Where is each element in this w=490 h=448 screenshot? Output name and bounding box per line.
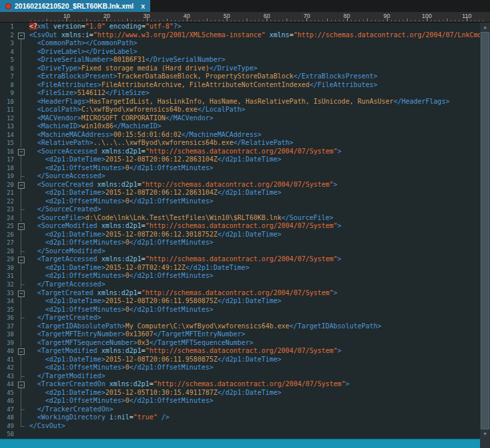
- line-number[interactable]: 25: [0, 222, 17, 231]
- file-tab[interactable]: 20160216210520_$RLT60KB.lnk.xml x: [0, 0, 150, 12]
- code-line[interactable]: 5 <DriveSerialNumber>801B6F31</DriveSeri…: [0, 56, 480, 64]
- fold-toggle-icon[interactable]: [17, 181, 26, 189]
- line-number[interactable]: 48: [0, 413, 17, 422]
- line-number[interactable]: 47: [0, 405, 17, 414]
- line-number[interactable]: 32: [0, 280, 17, 289]
- line-number[interactable]: 26: [0, 231, 17, 239]
- fold-toggle-icon[interactable]: [17, 255, 26, 264]
- line-number[interactable]: 13: [0, 122, 17, 131]
- line-number[interactable]: 38: [0, 330, 17, 339]
- code-line[interactable]: 8 <FileAttributes>FileAttributeArchive, …: [0, 81, 480, 90]
- code-line[interactable]: 39 <TargetMFTSequenceNumber>0x3</TargetM…: [0, 339, 480, 348]
- line-number[interactable]: 39: [0, 339, 17, 348]
- code-line[interactable]: 37 <TargetIDAbsolutePath>My Computer\C:\…: [0, 322, 480, 331]
- line-number[interactable]: 28: [0, 247, 17, 256]
- line-number[interactable]: 29: [0, 255, 17, 264]
- fold-toggle-icon[interactable]: [17, 347, 26, 356]
- code-line[interactable]: 2<CsvOut xmlns:i="http://www.w3.org/2001…: [0, 31, 480, 40]
- code-line[interactable]: 11 <LocalPath>C:\xwfByod\xwforensics64b.…: [0, 106, 480, 114]
- code-line[interactable]: 27 <d2p1:OffsetMinutes>0</d2p1:OffsetMin…: [0, 239, 480, 247]
- code-line[interactable]: 40 <TargetModified xmlns:d2p1="http://sc…: [0, 347, 480, 356]
- line-number[interactable]: 19: [0, 172, 17, 181]
- fold-collapse-box-icon[interactable]: [18, 348, 25, 355]
- scroll-up-icon[interactable]: ▲: [480, 23, 490, 32]
- code-line[interactable]: 1<?xml version="1.0" encoding="utf-8"?>: [0, 23, 480, 31]
- fold-toggle-icon[interactable]: [17, 222, 26, 231]
- code-line[interactable]: 3 <CommonPath></CommonPath>: [0, 39, 480, 48]
- line-number[interactable]: 5: [0, 56, 17, 64]
- code-line[interactable]: 33 <TargetCreated xmlns:d2p1="http://sch…: [0, 289, 480, 298]
- code-line[interactable]: 43 </TargetModified>: [0, 372, 480, 381]
- line-number[interactable]: 34: [0, 297, 17, 306]
- editor-pane[interactable]: 1<?xml version="1.0" encoding="utf-8"?>2…: [0, 23, 480, 439]
- line-number[interactable]: 50: [0, 430, 17, 439]
- code-line[interactable]: 18 <d2p1:OffsetMinutes>0</d2p1:OffsetMin…: [0, 164, 480, 173]
- code-line[interactable]: 34 <d2p1:DateTime>2015-12-08T20:06:11.95…: [0, 297, 480, 306]
- code-line[interactable]: 46 <d2p1:OffsetMinutes>0</d2p1:OffsetMin…: [0, 397, 480, 405]
- line-number[interactable]: 10: [0, 98, 17, 106]
- fold-collapse-box-icon[interactable]: [18, 382, 25, 388]
- fold-toggle-icon[interactable]: [17, 31, 26, 40]
- fold-collapse-box-icon[interactable]: [18, 257, 25, 263]
- code-line[interactable]: 44 <TrackerCreatedOn xmlns:d2p1="http://…: [0, 380, 480, 389]
- code-line[interactable]: 20 <SourceCreated xmlns:d2p1="http://sch…: [0, 181, 480, 189]
- code-line[interactable]: 29 <TargetAccessed xmlns:d2p1="http://sc…: [0, 255, 480, 264]
- code-line[interactable]: 45 <d2p1:DateTime>2015-12-05T10:30:15.49…: [0, 389, 480, 397]
- fold-collapse-box-icon[interactable]: [18, 182, 25, 189]
- line-number[interactable]: 43: [0, 372, 17, 381]
- line-number[interactable]: 1: [0, 23, 17, 31]
- code-line[interactable]: 9 <FileSize>5146112</FileSize>: [0, 89, 480, 98]
- code-line[interactable]: 50: [0, 430, 480, 439]
- fold-collapse-box-icon[interactable]: [18, 290, 25, 297]
- code-line[interactable]: 42 <d2p1:OffsetMinutes>0</d2p1:OffsetMin…: [0, 364, 480, 372]
- line-number[interactable]: 3: [0, 39, 17, 48]
- code-line[interactable]: 41 <d2p1:DateTime>2015-12-08T20:06:11.95…: [0, 356, 480, 364]
- line-number[interactable]: 35: [0, 306, 17, 314]
- fold-collapse-box-icon[interactable]: [18, 223, 25, 230]
- line-number[interactable]: 9: [0, 89, 17, 98]
- line-number[interactable]: 11: [0, 106, 17, 114]
- code-line[interactable]: 25 <SourceModified xmlns:d2p1="http://sc…: [0, 222, 480, 231]
- code-line[interactable]: 4 <DriveLabel></DriveLabel>: [0, 48, 480, 56]
- line-number[interactable]: 22: [0, 197, 17, 206]
- scroll-down-icon[interactable]: ▼: [480, 429, 490, 439]
- code-line[interactable]: 19 </SourceAccessed>: [0, 172, 480, 181]
- code-line[interactable]: 48 <WorkingDirectory i:nil="true" />: [0, 413, 480, 422]
- line-number[interactable]: 20: [0, 181, 17, 189]
- line-number[interactable]: 45: [0, 389, 17, 397]
- code-line[interactable]: 22 <d2p1:OffsetMinutes>0</d2p1:OffsetMin…: [0, 197, 480, 206]
- line-number[interactable]: 33: [0, 289, 17, 298]
- code-line[interactable]: 38 <TargetMFTEntryNumber>0x13607</Target…: [0, 330, 480, 339]
- line-number[interactable]: 27: [0, 239, 17, 247]
- line-number[interactable]: 18: [0, 164, 17, 173]
- code-line[interactable]: 13 <MachineID>win10x86</MachineID>: [0, 122, 480, 131]
- code-line[interactable]: 6 <DriveType>Fixed storage media (Hard d…: [0, 64, 480, 73]
- code-line[interactable]: 36 </TargetCreated>: [0, 314, 480, 322]
- line-number[interactable]: 41: [0, 356, 17, 364]
- line-number[interactable]: 30: [0, 264, 17, 273]
- code-line[interactable]: 7 <ExtraBlocksPresent>TrackerDataBaseBlo…: [0, 72, 480, 81]
- line-number[interactable]: 23: [0, 205, 17, 214]
- code-line[interactable]: 28 </SourceModified>: [0, 247, 480, 256]
- line-number[interactable]: 8: [0, 81, 17, 90]
- horizontal-scrollbar[interactable]: [0, 439, 480, 448]
- line-number[interactable]: 46: [0, 397, 17, 405]
- code-line[interactable]: 14 <MachineMACAddress>00:15:5d:01:6d:02<…: [0, 131, 480, 140]
- code-line[interactable]: 10 <HeaderFlags>HasTargetIdList, HasLink…: [0, 98, 480, 106]
- tab-close-icon[interactable]: x: [141, 3, 145, 10]
- code-line[interactable]: 47 </TrackerCreatedOn>: [0, 405, 480, 414]
- fold-toggle-icon[interactable]: [17, 289, 26, 298]
- fold-toggle-icon[interactable]: [17, 148, 26, 156]
- code-line[interactable]: 24 <SourceFile>d:\Code\lnk\Lnk.Test\Test…: [0, 214, 480, 223]
- line-number[interactable]: 15: [0, 139, 17, 148]
- code-line[interactable]: 26 <d2p1:DateTime>2015-12-08T20:06:12.30…: [0, 231, 480, 239]
- line-number[interactable]: 6: [0, 64, 17, 73]
- code-line[interactable]: 12 <MACVendor>MICROSOFT CORPORATION</MAC…: [0, 114, 480, 123]
- code-line[interactable]: 16 <SourceAccessed xmlns:d2p1="http://sc…: [0, 148, 480, 156]
- line-number[interactable]: 36: [0, 314, 17, 322]
- code-line[interactable]: 35 <d2p1:OffsetMinutes>0</d2p1:OffsetMin…: [0, 306, 480, 314]
- line-number[interactable]: 44: [0, 380, 17, 389]
- code-line[interactable]: 49</CsvOut>: [0, 422, 480, 431]
- line-number[interactable]: 21: [0, 189, 17, 197]
- line-number[interactable]: 37: [0, 322, 17, 331]
